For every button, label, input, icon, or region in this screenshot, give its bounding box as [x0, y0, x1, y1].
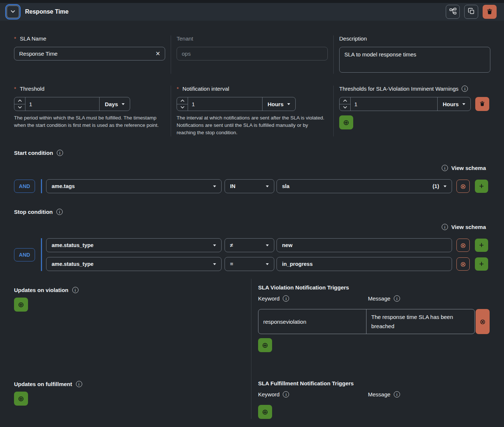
circle-x-icon: ⊗ [480, 317, 486, 326]
info-icon[interactable] [394, 295, 400, 302]
remove-condition-button[interactable]: ⊗ [456, 257, 470, 271]
warning-thresholds-label: Thresholds for SLA-Violation Imminent Wa… [339, 86, 490, 92]
caret-down-icon [287, 103, 290, 105]
stop-operator-select[interactable]: ≠ [225, 238, 274, 252]
sla-form: *SLA Name ✕ Tenant Description SLA to mo… [0, 35, 504, 419]
info-icon[interactable] [57, 150, 63, 156]
updates-column: Updates on violation ⊕ Updates on fulfil… [14, 279, 251, 419]
start-view-schema-link[interactable]: View schema [14, 165, 486, 171]
fulfillment-triggers-labels: Keyword Message [258, 391, 490, 398]
plus-icon: + [479, 182, 484, 190]
start-condition-row: ame.tags IN sla (1) ⊗ + [46, 179, 490, 193]
circle-plus-icon: ⊕ [18, 395, 24, 402]
increment-button[interactable] [177, 97, 188, 104]
circle-x-icon: ⊗ [460, 261, 466, 268]
threshold-label: *Threshold [14, 86, 165, 92]
column-divider [333, 86, 334, 136]
remove-condition-button[interactable]: ⊗ [456, 180, 470, 193]
plus-icon: + [479, 260, 484, 268]
decrement-button[interactable] [177, 104, 188, 111]
notification-interval-unit-select[interactable]: Hours [262, 97, 295, 111]
stop-condition-row: ame.status_type ≠ new ⊗ + [46, 238, 490, 252]
stop-logical-operator-button[interactable]: AND [14, 248, 35, 261]
notification-interval-help-text: The interval at which notifications are … [177, 114, 328, 136]
delete-sla-button[interactable] [483, 5, 497, 19]
trigger-inputs: The response time SLA has been breached [258, 309, 475, 334]
add-condition-button[interactable]: + [475, 239, 488, 252]
stop-value-input[interactable]: in_progress [277, 257, 452, 271]
collapse-panel-button[interactable] [7, 6, 19, 18]
info-icon[interactable] [76, 381, 82, 387]
view-workflow-button[interactable] [446, 5, 460, 19]
tenant-label: Tenant [177, 35, 328, 42]
sla-name-input[interactable] [14, 47, 165, 60]
notification-interval-value-input[interactable] [188, 97, 262, 111]
add-condition-button[interactable]: + [475, 257, 488, 271]
stop-field-select[interactable]: ame.status_type [46, 238, 222, 252]
remove-warning-threshold-button[interactable] [475, 97, 489, 111]
duplicate-sla-button[interactable] [464, 5, 478, 19]
description-input[interactable]: SLA to model response times [339, 47, 490, 73]
stop-value-input[interactable]: new [277, 238, 452, 252]
remove-condition-button[interactable]: ⊗ [456, 239, 470, 252]
sla-name-column: *SLA Name ✕ [14, 35, 165, 74]
circle-plus-icon: ⊕ [343, 119, 350, 126]
caret-down-icon [444, 185, 446, 187]
threshold-spinner: Days [14, 97, 130, 111]
start-field-select[interactable]: ame.tags [46, 179, 222, 193]
trigger-keyword-input[interactable] [258, 309, 366, 334]
clear-icon[interactable]: ✕ [156, 51, 160, 57]
info-icon[interactable] [394, 391, 400, 398]
info-icon[interactable] [56, 209, 63, 215]
warning-threshold-value-input[interactable] [351, 97, 437, 111]
header-actions [446, 5, 497, 19]
start-logical-operator-button[interactable]: AND [14, 180, 35, 193]
caret-down-icon [213, 244, 216, 246]
violation-triggers-labels: Keyword Message [258, 295, 490, 302]
add-condition-button[interactable]: + [475, 180, 488, 193]
info-icon[interactable] [72, 287, 79, 293]
remove-trigger-button[interactable]: ⊗ [476, 309, 490, 334]
add-fulfillment-trigger-button[interactable]: ⊕ [258, 405, 272, 419]
condition-group-line [41, 238, 42, 271]
trigger-message-input[interactable]: The response time SLA has been breached [366, 309, 475, 334]
stop-view-schema-link[interactable]: View schema [14, 224, 486, 230]
updates-on-violation-heading: Updates on violation [14, 287, 251, 293]
increment-button[interactable] [14, 97, 25, 104]
caret-down-icon [213, 185, 216, 187]
tenant-input [177, 47, 328, 60]
start-operator-select[interactable]: IN [225, 179, 274, 193]
increment-button[interactable] [340, 97, 350, 104]
info-icon[interactable] [462, 86, 468, 92]
circle-x-icon: ⊗ [460, 242, 466, 249]
message-label: Message [368, 295, 478, 302]
violation-trigger-row: The response time SLA has been breached … [258, 309, 490, 334]
add-violation-update-button[interactable]: ⊕ [14, 298, 28, 312]
stop-operator-select[interactable]: = [225, 257, 274, 271]
caret-down-icon [122, 103, 125, 105]
warning-threshold-unit-select[interactable]: Hours [437, 97, 470, 111]
stop-condition-builder: AND ame.status_type ≠ new ⊗ + [14, 238, 490, 271]
caret-down-icon [266, 263, 269, 265]
info-icon[interactable] [283, 295, 289, 302]
threshold-value-input[interactable] [25, 97, 99, 111]
condition-group-line [41, 179, 42, 193]
start-condition-heading: Start condition [14, 150, 490, 156]
plus-icon: + [479, 241, 484, 249]
add-violation-trigger-button[interactable]: ⊕ [258, 338, 272, 352]
violation-triggers-title: SLA Violation Notification Triggers [258, 284, 490, 291]
decrement-button[interactable] [14, 104, 25, 111]
info-icon[interactable] [283, 391, 289, 398]
circle-plus-icon: ⊕ [262, 408, 268, 416]
decrement-button[interactable] [340, 104, 350, 111]
threshold-unit-select[interactable]: Days [99, 97, 130, 111]
triggers-column: SLA Violation Notification Triggers Keyw… [251, 279, 490, 419]
add-fulfillment-update-button[interactable]: ⊕ [14, 392, 28, 406]
fulfillment-triggers-title: SLA Fulfillment Notification Triggers [258, 380, 490, 386]
sla-name-label: *SLA Name [14, 35, 165, 42]
start-value-select[interactable]: sla (1) [277, 179, 452, 193]
add-warning-threshold-button[interactable]: ⊕ [339, 115, 353, 129]
trash-icon [479, 101, 485, 108]
selected-count: (1) [432, 183, 439, 189]
stop-field-select[interactable]: ame.status_type [46, 257, 222, 271]
